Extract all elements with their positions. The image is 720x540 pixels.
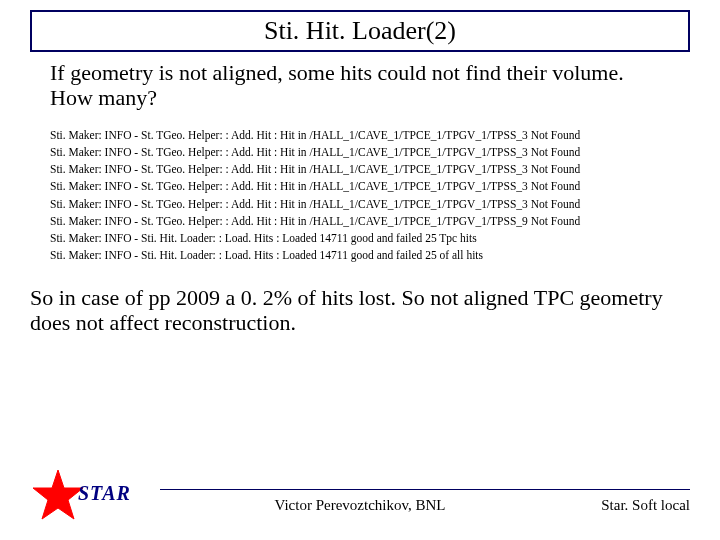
log-line: Sti. Maker: INFO - St. TGeo. Helper: : A…	[50, 196, 670, 213]
page-title: Sti. Hit. Loader(2)	[264, 16, 456, 45]
log-block: Sti. Maker: INFO - St. TGeo. Helper: : A…	[50, 127, 670, 265]
log-line: Sti. Maker: INFO - St. TGeo. Helper: : A…	[50, 178, 670, 195]
title-box: Sti. Hit. Loader(2)	[30, 10, 690, 52]
footer-right-text: Star. Soft local	[601, 497, 690, 514]
footer-divider	[160, 489, 690, 490]
log-line: Sti. Maker: INFO - St. TGeo. Helper: : A…	[50, 144, 670, 161]
intro-paragraph: If geometry is not aligned, some hits co…	[50, 60, 670, 111]
log-line: Sti. Maker: INFO - St. TGeo. Helper: : A…	[50, 213, 670, 230]
log-line: Sti. Maker: INFO - Sti. Hit. Loader: : L…	[50, 247, 670, 264]
conclusion-paragraph: So in case of pp 2009 a 0. 2% of hits lo…	[30, 285, 690, 336]
log-line: Sti. Maker: INFO - St. TGeo. Helper: : A…	[50, 161, 670, 178]
log-line: Sti. Maker: INFO - St. TGeo. Helper: : A…	[50, 127, 670, 144]
log-line: Sti. Maker: INFO - Sti. Hit. Loader: : L…	[50, 230, 670, 247]
